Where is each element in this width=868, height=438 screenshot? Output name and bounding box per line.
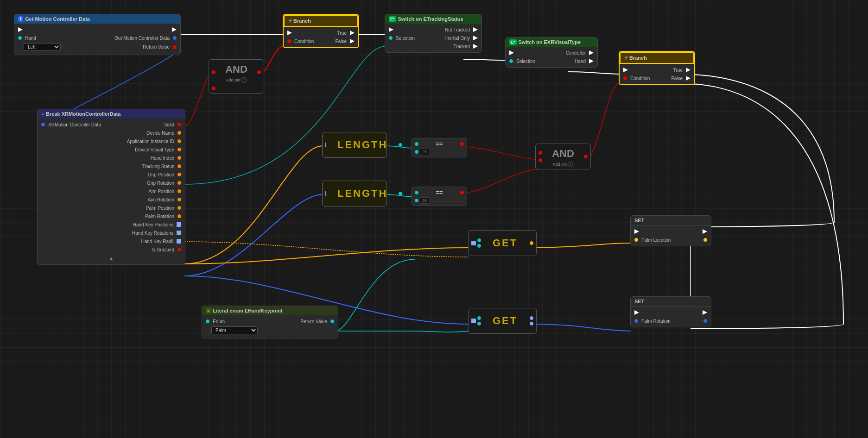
length2-in-pin[interactable] — [325, 191, 326, 196]
controller-pin[interactable] — [589, 50, 594, 55]
exec-row: Controller — [506, 49, 597, 57]
switch-tracking-node: E* Switch on ETrackingStatus Not Tracked… — [385, 14, 482, 53]
set-exec-in-pin[interactable] — [634, 310, 639, 315]
xrdata-pin[interactable] — [41, 123, 45, 126]
device-name-pin[interactable] — [177, 131, 181, 135]
exec-in-pin[interactable] — [287, 31, 292, 35]
switch-icon: E* — [389, 16, 396, 22]
collapse-icon[interactable]: ▲ — [109, 256, 114, 261]
get2-idx-pin[interactable] — [477, 316, 481, 320]
tracked-pin[interactable] — [473, 44, 478, 49]
is-grasped-pin[interactable] — [177, 248, 181, 251]
condition-pin[interactable] — [287, 39, 291, 43]
condition-pin[interactable] — [623, 76, 627, 80]
app-instance-pin[interactable] — [177, 139, 181, 143]
node-header: ⑂ Branch — [284, 15, 358, 27]
and2-out-pin[interactable] — [584, 155, 588, 158]
tracking-status-pin[interactable] — [177, 164, 181, 168]
eq2-in1-pin[interactable] — [415, 191, 418, 194]
grip-pos-pin[interactable] — [177, 173, 181, 176]
false-pin[interactable] — [686, 76, 691, 81]
exec-in-pin[interactable] — [389, 27, 393, 32]
get1-idx-pin[interactable] — [477, 238, 481, 242]
get1-idx2-pin[interactable] — [477, 244, 481, 248]
device-name-row: Device Name — [38, 129, 185, 137]
get1-out-pin[interactable] — [530, 241, 533, 245]
selection-pin[interactable] — [389, 36, 393, 40]
eq1-body: == 26 — [412, 138, 467, 157]
and-in-pin1[interactable] — [212, 70, 215, 74]
set-exec-row — [631, 227, 711, 236]
hand-key-radii-pin[interactable] — [177, 239, 181, 244]
eq1-out-pin[interactable] — [460, 142, 464, 146]
device-visual-pin[interactable] — [177, 148, 181, 151]
hand-select[interactable]: Left Right — [24, 43, 61, 51]
get2-idx2-pin[interactable] — [477, 322, 481, 325]
and2-text: AND — [544, 146, 582, 162]
return-val-pin[interactable] — [330, 319, 334, 323]
aim-pos-row: Aim Position — [38, 187, 185, 195]
and2-in-pin2[interactable] — [539, 158, 542, 162]
palm-rot-in-pin[interactable] — [634, 319, 638, 323]
true-pin[interactable] — [350, 31, 355, 35]
eq1-in2-pin[interactable] — [415, 150, 418, 154]
valid-pin[interactable] — [177, 123, 181, 126]
length1-in-pin[interactable] — [325, 143, 326, 147]
get2-array-pin[interactable] — [471, 319, 476, 323]
enum-pin[interactable] — [206, 319, 209, 323]
true-pin[interactable] — [686, 68, 691, 72]
and2-header: AND Add pin + — [536, 144, 590, 169]
selection-pin[interactable] — [509, 59, 513, 63]
palm-rot-out-pin[interactable] — [703, 319, 707, 323]
palm-loc-in-pin[interactable] — [634, 238, 638, 242]
out-data-pin[interactable] — [173, 36, 177, 40]
hand-key-rot-pin[interactable] — [177, 231, 181, 235]
eq2-in2-pin[interactable] — [415, 199, 418, 202]
add-pin-button[interactable]: + — [241, 77, 247, 83]
node-title: Literal enum EHandKeypoint — [213, 308, 282, 313]
set-exec-row — [631, 308, 711, 317]
node-body: Not Tracked Selection Inertial Only Trac… — [385, 24, 482, 52]
and-out-pin[interactable] — [257, 70, 261, 74]
node-body: Controller Selection Hand — [506, 47, 597, 67]
aim-pos-pin[interactable] — [177, 189, 181, 193]
length1-body: LENGTH — [323, 132, 386, 157]
length2-out-pin[interactable] — [399, 192, 402, 195]
set-exec-in-pin[interactable] — [634, 229, 639, 234]
exec-in-pin[interactable] — [623, 68, 628, 72]
aim-rot-pin[interactable] — [177, 198, 181, 201]
eq2-out-pin[interactable] — [460, 191, 464, 194]
exec-in-pin[interactable] — [18, 27, 23, 32]
enum-select[interactable]: Palm — [211, 326, 258, 334]
add-pin2-button[interactable]: + — [568, 162, 573, 167]
hand-key-pos-pin[interactable] — [177, 222, 181, 227]
palm-rot-pin[interactable] — [177, 214, 181, 218]
palm-loc-out-pin[interactable] — [703, 238, 707, 242]
get-motion-controller-data-node: f Get Motion Controller Data Hand Ou — [14, 14, 181, 55]
exec-out-pin[interactable] — [172, 27, 177, 32]
length1-out-pin[interactable] — [399, 143, 402, 147]
palm-pos-pin[interactable] — [177, 206, 181, 210]
get1-array-pin[interactable] — [471, 241, 476, 245]
and-in-pin2[interactable] — [212, 87, 215, 90]
return-value-pin[interactable] — [173, 45, 177, 49]
hand-pin[interactable] — [18, 36, 22, 40]
set-exec-out-pin[interactable] — [703, 310, 707, 315]
hand-pin[interactable] — [589, 59, 594, 63]
get2-out2-pin[interactable] — [530, 322, 533, 325]
false-pin[interactable] — [350, 39, 355, 44]
grip-rot-pin[interactable] — [177, 181, 181, 185]
set-exec-out-pin[interactable] — [703, 229, 707, 234]
palm-rot-row: Palm Rotation — [631, 317, 711, 325]
hand-index-pin[interactable] — [177, 156, 181, 160]
and2-in-pin1[interactable] — [539, 151, 542, 155]
get2-out1-pin[interactable] — [530, 316, 533, 320]
eq1-in1-pin[interactable] — [415, 142, 418, 146]
node-header: ≡ Literal enum EHandKeypoint — [202, 306, 338, 315]
not-tracked-pin[interactable] — [473, 27, 478, 32]
eq2-value: 26 — [420, 197, 429, 204]
inertial-pin[interactable] — [473, 36, 478, 40]
exec-in-pin[interactable] — [509, 50, 514, 55]
eq2-body: == 26 — [412, 187, 467, 206]
eq1-in-row: == — [415, 140, 464, 147]
